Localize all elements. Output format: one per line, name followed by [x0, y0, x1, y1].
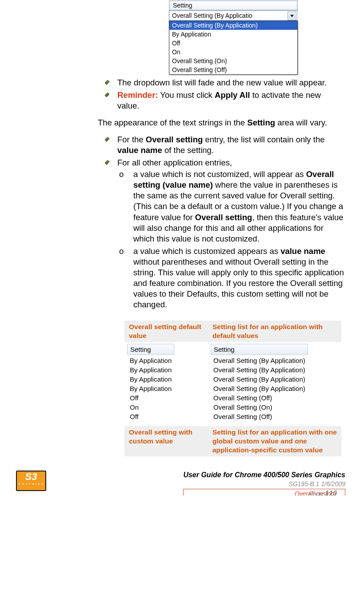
- reminder-label: Reminder:: [117, 90, 158, 100]
- bullet-text: The dropdown list will fade and the new …: [117, 78, 327, 87]
- table-header: Setting list for an application with one…: [208, 426, 341, 456]
- dropdown-option[interactable]: Overall Setting (Off): [169, 65, 297, 74]
- footnote-box: Page 110 Overall custom Application cust…: [183, 489, 345, 495]
- mini-list-row: Overall Setting (On): [211, 403, 308, 412]
- dropdown-option[interactable]: On: [169, 48, 297, 56]
- mini-list-row: Overall Setting (By Application): [211, 384, 308, 393]
- settings-comparison-table: Overall setting default value Setting li…: [124, 321, 341, 457]
- mini-list-row: Overall Setting (By Application): [211, 374, 308, 384]
- mini-list-row: On: [127, 403, 174, 412]
- list-item: The dropdown list will fade and the new …: [98, 77, 344, 88]
- footer-title: User Guide for Chrome 400/500 Series Gra…: [183, 471, 345, 480]
- setting-dropdown-figure: Setting Overall Setting (By Applicatio O…: [169, 0, 298, 75]
- mini-list-row: Overall Setting (By Application): [211, 356, 308, 365]
- table-header: Overall setting with custom value: [124, 426, 208, 456]
- table-cell: Setting By Application By Application By…: [124, 342, 208, 426]
- list-item: For the Overall setting entry, the list …: [98, 134, 344, 156]
- dropdown-option[interactable]: Overall Setting (By Application): [169, 21, 297, 30]
- mini-list-row: Overall Setting (By Application): [211, 365, 308, 374]
- mini-list-row: Off: [127, 412, 174, 421]
- dropdown-option[interactable]: Off: [169, 39, 297, 48]
- chevron-down-icon[interactable]: [288, 12, 296, 20]
- footer-meta: SG195-B.1 1/6/2009: [183, 480, 345, 488]
- list-item: For all other application entries, a val…: [98, 157, 344, 310]
- dropdown-select[interactable]: Overall Setting (By Applicatio: [169, 10, 298, 20]
- dropdown-list: Overall Setting (By Application) By Appl…: [169, 20, 298, 75]
- mini-list-row: By Application: [127, 365, 174, 374]
- sub-list-item: a value which is customized appears as v…: [117, 246, 344, 310]
- table-header: Setting list for an application with def…: [208, 321, 341, 342]
- mini-list-header: Setting: [127, 344, 174, 355]
- dropdown-option[interactable]: By Application: [169, 30, 297, 39]
- mini-list-header: Setting: [211, 344, 308, 355]
- sub-list-item: a value which is not customized, will ap…: [117, 169, 344, 244]
- dropdown-option[interactable]: Overall Setting (On): [169, 56, 297, 65]
- dropdown-column-header: Setting: [169, 0, 298, 10]
- mini-list-row: Overall Setting (Off): [211, 393, 308, 403]
- dropdown-selected-value: Overall Setting (By Applicatio: [172, 12, 252, 20]
- mini-list-row: By Application: [127, 356, 174, 365]
- page-footer: S3 G R A P H I C S User Guide for Chrome…: [0, 471, 364, 495]
- table-header: Overall setting default value: [124, 321, 208, 342]
- paragraph: The appearance of the text strings in th…: [98, 117, 344, 128]
- list-item: Reminder: You must click Apply All to ac…: [98, 90, 344, 111]
- mini-list-row: Off: [127, 393, 174, 403]
- dropdown-header-label: Setting: [173, 1, 192, 9]
- s3-logo: S3 G R A P H I C S: [16, 471, 46, 491]
- mini-list-row: By Application: [127, 384, 174, 393]
- mini-list-row: By Application: [127, 374, 174, 384]
- mini-list-row: Overall Setting (Off): [211, 412, 308, 421]
- table-cell: Setting Overall Setting (By Application)…: [208, 342, 341, 426]
